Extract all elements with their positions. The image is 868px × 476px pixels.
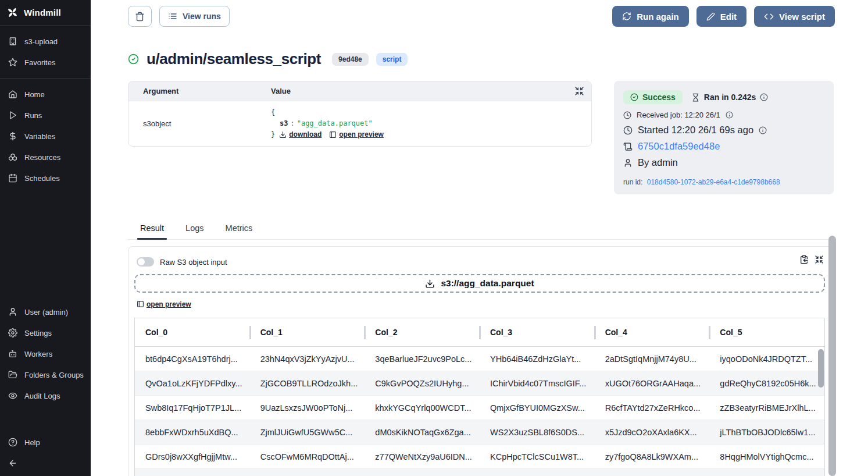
s3-download-button[interactable]: s3://agg_data.parquet [134, 274, 825, 293]
download-link[interactable]: download [279, 129, 322, 140]
sidebar-item-label: Variables [24, 132, 55, 141]
panel-preview-icon [137, 300, 144, 308]
sidebar-item-label: Schedules [24, 174, 60, 183]
raw-s3-toggle-label: Raw S3 object input [160, 258, 227, 267]
sidebar-item-workers[interactable]: Workers [0, 343, 91, 364]
info-icon[interactable] [726, 111, 733, 119]
run-id-label: run id: [623, 178, 642, 186]
pencil-icon [706, 12, 715, 21]
column-header[interactable]: Col_5 [709, 318, 824, 346]
table-cell: xUGOt76ORGrAAHaqa... [595, 371, 710, 395]
table-cell: 3qeBarlueJF2uvc9PoLc... [365, 347, 480, 371]
table-cell: YHb64iB46ZdHzGlaYt... [480, 347, 595, 371]
received-job-label: Received job: 12:20 26/1 [637, 111, 720, 119]
info-icon[interactable] [760, 93, 768, 101]
tab-logs[interactable]: Logs [183, 223, 206, 239]
value-column-header: Value [271, 87, 591, 95]
run-again-button[interactable]: Run again [612, 6, 689, 27]
table-cell: ZjmlJUiGwfU5GWw5C... [250, 420, 365, 444]
download-icon [279, 131, 287, 138]
table-cell: zy7fgoQ8A8Lk9WXAm... [595, 445, 710, 468]
windmill-logo-icon [6, 6, 19, 19]
json-key: s3 [280, 118, 288, 129]
sidebar-item-help[interactable]: Help [0, 432, 91, 453]
tab-result[interactable]: Result [137, 223, 167, 239]
sidebar-item-label: Folders & Groups [24, 371, 84, 379]
table-row: GDrs0j8wXXgfHgjjMtw... CscOFwM6MRqDOttAj… [135, 445, 824, 469]
open-preview-label: open preview [339, 129, 384, 140]
view-runs-button[interactable]: View runs [159, 6, 230, 27]
run-duration: Ran in 0.242s [691, 93, 769, 102]
sidebar-item-label: Runs [24, 111, 42, 120]
open-preview-link[interactable]: open preview [137, 300, 191, 308]
copy-result-icon[interactable] [799, 255, 809, 264]
job-hash-line: 6750c1dfa59ed48e [623, 141, 824, 152]
table-cell: bt6dp4CgXsA19T6hdrj... [135, 347, 250, 371]
sidebar-item-home[interactable]: Home [0, 84, 91, 105]
table-cell: iyqoODoNk4JRDQTZT... [709, 347, 824, 371]
sidebar-item-schedules[interactable]: Schedules [0, 168, 91, 189]
sidebar-collapse-button[interactable] [0, 453, 91, 474]
run-id-link[interactable]: 018d4580-1072-ab29-e6a4-c1de9798b668 [647, 178, 780, 186]
run-duration-label: Ran in 0.242s [704, 93, 756, 102]
brand[interactable]: Windmill [0, 0, 91, 25]
raw-s3-toggle[interactable] [137, 257, 154, 267]
delete-button[interactable] [128, 6, 152, 27]
table-cell: WS2X3uzSBL8f6S0DS... [480, 420, 595, 444]
view-runs-label: View runs [183, 12, 221, 21]
sidebar-item-label: Favorites [24, 58, 55, 67]
sidebar-item-favorites[interactable]: Favorites [0, 52, 91, 73]
sidebar-item-settings[interactable]: Settings [0, 322, 91, 343]
expand-icon[interactable] [574, 86, 584, 98]
run-id-line: run id: 018d4580-1072-ab29-e6a4-c1de9798… [623, 178, 824, 186]
column-header[interactable]: Col_3 [480, 318, 595, 346]
column-header[interactable]: Col_0 [135, 318, 250, 346]
sidebar-item-label: s3-upload [24, 37, 58, 46]
sidebar-item-label: Audit Logs [24, 392, 60, 400]
clock-icon [623, 126, 633, 135]
open-preview-link[interactable]: open preview [329, 129, 384, 140]
table-cell: 9UazLsxzsJW0oPToNj... [250, 396, 365, 420]
sidebar-item-runs[interactable]: Runs [0, 105, 91, 126]
json-brace: } [271, 129, 275, 140]
table-scrollbar-thumb[interactable] [818, 349, 824, 388]
table-cell: khxkYGCqYrlq00WCDT... [365, 396, 480, 420]
table-row: bt6dp4CgXsA19T6hdrj... 23hN4qxV3jZkYyAzj… [135, 347, 824, 371]
argument-row: s3object { s3 : "agg_data.parquet" } do [128, 101, 591, 146]
home-icon [8, 90, 17, 99]
table-row: QvOa1oLzKFjYDFPdlxy... ZjGCOB9TLLROdzoJk… [135, 371, 824, 396]
sidebar-item-user[interactable]: User (admin) [0, 301, 91, 322]
refresh-icon [622, 12, 631, 21]
argument-column-header: Argument [128, 87, 271, 95]
sidebar-item-resources[interactable]: Resources [0, 147, 91, 168]
tab-metrics[interactable]: Metrics [223, 223, 256, 239]
sidebar-item-label: Workers [24, 350, 52, 358]
column-header[interactable]: Col_1 [250, 318, 365, 346]
sidebar-item-variables[interactable]: Variables [0, 126, 91, 147]
expand-result-icon[interactable] [815, 255, 824, 264]
job-hash-link[interactable]: 6750c1dfa59ed48e [638, 141, 720, 152]
table-body: bt6dp4CgXsA19T6hdrj... 23hN4qxV3jZkYyAzj… [135, 347, 824, 476]
check-circle-icon [630, 93, 638, 101]
column-header[interactable]: Col_4 [595, 318, 710, 346]
edit-button[interactable]: Edit [696, 6, 746, 27]
arguments-header: Argument Value [128, 81, 591, 101]
info-icon[interactable] [759, 126, 767, 134]
table-cell: zZB3eatyrRiBMEJrXlhL... [709, 396, 824, 420]
table-cell: GDrs0j8wXXgfHgjjMtw... [135, 445, 250, 468]
table-row: Swb8Iq17FqHjoT7P1JL... 9UazLsxzsJW0oPToN… [135, 396, 824, 420]
user-icon [8, 307, 17, 317]
sidebar-item-audit-logs[interactable]: Audit Logs [0, 385, 91, 406]
started-label: Started 12:20 26/1 69s ago [638, 125, 753, 136]
sidebar-item-s3-upload[interactable]: s3-upload [0, 31, 91, 52]
view-script-button[interactable]: View script [754, 6, 835, 27]
play-icon [8, 111, 17, 120]
column-header[interactable]: Col_2 [365, 318, 480, 346]
table-cell: CscOFwM6MRqDOttAj... [250, 445, 365, 468]
sidebar-item-folders-groups[interactable]: Folders & Groups [0, 364, 91, 385]
bot-icon [8, 349, 17, 358]
sidebar-item-label: Settings [24, 329, 52, 338]
table-scrollbar[interactable] [818, 348, 824, 476]
arrow-left-icon [8, 459, 17, 468]
panel-scrollbar-thumb[interactable] [828, 236, 836, 476]
